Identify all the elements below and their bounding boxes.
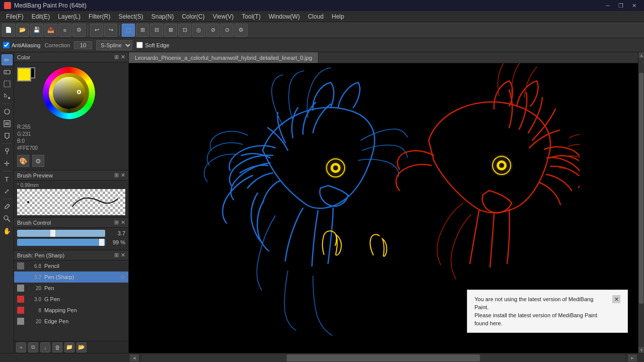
foreground-color-swatch[interactable]: [17, 67, 31, 81]
brush-list-item-0[interactable]: 6.8 Pencil: [14, 260, 128, 272]
snap4-button[interactable]: ◎: [192, 24, 205, 37]
menu-item-toolt[interactable]: Tool(T): [238, 12, 265, 21]
brush-list-item-4[interactable]: 8 Mapping Pen: [14, 305, 128, 316]
color-panel-close[interactable]: ✕: [121, 54, 125, 60]
copy-brush-button[interactable]: ⧉: [28, 342, 38, 352]
snap3-button[interactable]: ⊡: [178, 24, 191, 37]
tool-settings-button[interactable]: ⚙: [234, 24, 248, 37]
brush-settings-button[interactable]: ⚙: [72, 24, 86, 37]
brush-control-expand[interactable]: ⊞: [114, 219, 119, 226]
menu-item-edite[interactable]: Edit(E): [28, 12, 54, 21]
color-wheel-svg[interactable]: [41, 65, 97, 121]
smudge-tool[interactable]: [2, 118, 13, 129]
correction-value[interactable]: [74, 41, 92, 49]
brush-list-item-2[interactable]: 20 Pen: [14, 283, 128, 294]
menu-item-selects[interactable]: Select(S): [114, 12, 147, 21]
delete-brush-button[interactable]: 🗑: [52, 342, 62, 352]
new-folder-button[interactable]: 📂: [76, 342, 87, 352]
scroll-right-button[interactable]: ►: [628, 354, 637, 361]
save-button[interactable]: 💾: [30, 24, 43, 37]
brush-item-name: G Pen: [44, 296, 125, 302]
menu-item-layerl[interactable]: Layer(L): [54, 12, 85, 21]
brush-list-button[interactable]: ≡: [58, 24, 71, 37]
new-file-button[interactable]: 📄: [2, 24, 15, 37]
soft-edge-toggle[interactable]: Soft Edge: [136, 42, 169, 48]
snap2-button[interactable]: ⊠: [164, 24, 177, 37]
restore-button[interactable]: ❐: [615, 0, 627, 11]
folder-button[interactable]: 📁: [64, 342, 74, 352]
export-button[interactable]: 📤: [44, 24, 57, 37]
canvas-tab-item[interactable]: Leonardo_Phoenix_a_colorful_humanwolf_hy…: [129, 52, 318, 63]
selection-button[interactable]: ⬚: [122, 24, 135, 37]
merge-brush-button[interactable]: ↓: [40, 342, 50, 352]
brush-settings-icon[interactable]: ⚙: [120, 274, 125, 281]
hand-tool[interactable]: ✋: [2, 225, 13, 236]
redo-button[interactable]: ↪: [104, 24, 117, 37]
scroll-thumb[interactable]: [639, 73, 643, 304]
snap-button[interactable]: ⊟: [150, 24, 163, 37]
anti-aliasing-checkbox[interactable]: [3, 42, 10, 48]
text-tool[interactable]: T: [2, 173, 13, 185]
correction-select[interactable]: S-Spline: [96, 40, 132, 50]
soft-edge-checkbox[interactable]: [136, 42, 143, 48]
color-panel-controls: ⊞ ✕: [114, 54, 125, 60]
brush-control-close[interactable]: ✕: [121, 219, 125, 226]
selection-tool[interactable]: [2, 78, 13, 89]
transform-tool[interactable]: ⤢: [2, 186, 13, 197]
snap6-button[interactable]: ⊙: [220, 24, 233, 37]
color-picker-tool[interactable]: [2, 146, 13, 157]
bucket-tool[interactable]: [2, 130, 13, 141]
brush-list-expand[interactable]: ⊞: [114, 252, 119, 258]
brush-preview-expand[interactable]: ⊞: [114, 172, 119, 178]
brush-size-slider[interactable]: [17, 230, 105, 237]
zoom-tool[interactable]: [2, 213, 13, 224]
menu-item-windoww[interactable]: Window(W): [265, 12, 304, 21]
scroll-down-button[interactable]: ▼: [638, 347, 644, 353]
pen-tool[interactable]: ✏: [2, 54, 13, 65]
horizontal-scroll-track[interactable]: [142, 354, 625, 361]
menu-item-filterr[interactable]: Filter(R): [85, 12, 114, 21]
menu-item-cloud[interactable]: Cloud: [304, 12, 328, 21]
horizontal-scroll-thumb[interactable]: [287, 354, 480, 361]
brush-tool[interactable]: [2, 106, 13, 117]
notification-close-button[interactable]: ✕: [612, 295, 620, 303]
open-file-button[interactable]: 📂: [16, 24, 29, 37]
add-brush-button[interactable]: +: [16, 342, 26, 352]
snap5-button[interactable]: ⊘: [206, 24, 219, 37]
menu-item-help[interactable]: Help: [328, 12, 348, 21]
color-panel-expand[interactable]: ⊞: [114, 54, 119, 60]
color-settings-btn[interactable]: ⚙: [32, 155, 44, 167]
scroll-left-button[interactable]: ◄: [130, 354, 139, 361]
brush-preview-close[interactable]: ✕: [121, 172, 125, 178]
scroll-track[interactable]: [638, 58, 644, 347]
close-button[interactable]: ✕: [628, 0, 640, 11]
grid-button[interactable]: ⊞: [136, 24, 149, 37]
canvas-filename: Leonardo_Phoenix_a_colorful_humanwolf_hy…: [135, 55, 312, 61]
fill-tool[interactable]: [2, 90, 13, 102]
brush-list-item-1[interactable]: 3.7 Pen (Sharp) ⚙: [14, 272, 128, 283]
brush-list-item-3[interactable]: 3.0 G Pen: [14, 294, 128, 305]
menu-item-colorc[interactable]: Color(C): [178, 12, 208, 21]
brush-list-close[interactable]: ✕: [121, 252, 125, 258]
menu-item-filef[interactable]: File(F): [2, 12, 28, 21]
notification-text: You are not using the latest version of …: [474, 295, 607, 327]
eraser-tool[interactable]: [2, 66, 13, 77]
menu-item-snapn[interactable]: Snap(N): [147, 12, 178, 21]
brush-list-item-5[interactable]: 20 Edge Pen: [14, 316, 128, 327]
scroll-up-button[interactable]: ▲: [638, 52, 644, 58]
minimize-button[interactable]: ─: [602, 0, 614, 11]
move-tool[interactable]: ✛: [2, 158, 13, 169]
anti-aliasing-toggle[interactable]: AntiAliasing: [3, 42, 40, 48]
color-picker-btn[interactable]: 🎨: [17, 155, 29, 167]
color-panel-title: Color: [17, 54, 30, 60]
color-wheel[interactable]: [41, 65, 97, 121]
canvas-viewport[interactable]: You are not using the latest version of …: [129, 63, 638, 353]
menu-item-viewv[interactable]: View(V): [209, 12, 238, 21]
undo-button[interactable]: ↩: [90, 24, 103, 37]
brush-item-name: Pencil: [44, 263, 125, 269]
eyedropper-tool[interactable]: [2, 201, 13, 212]
color-g-value: G:231: [17, 131, 125, 138]
artwork-canvas: You are not using the latest version of …: [129, 63, 638, 353]
brush-opacity-slider[interactable]: [17, 239, 105, 246]
color-panel: Color ⊞ ✕: [14, 52, 128, 170]
